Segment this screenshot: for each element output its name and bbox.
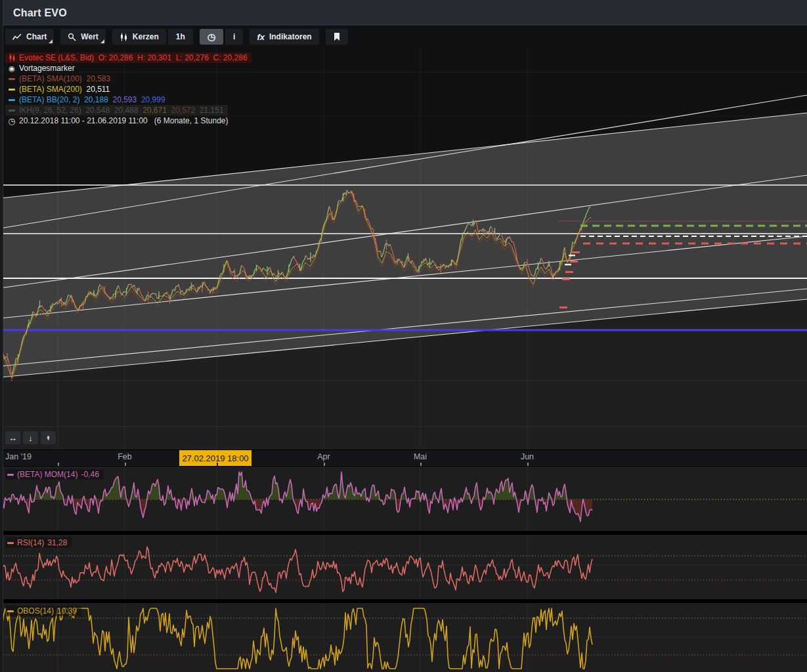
search-icon xyxy=(68,33,76,41)
axis-label-apr: Apr xyxy=(317,452,330,461)
chart-menu-label: Chart xyxy=(26,32,47,41)
axis-tick xyxy=(58,463,59,466)
interval-button[interactable]: 1h xyxy=(168,29,193,45)
kerzen-label: Kerzen xyxy=(133,32,159,41)
scroll-horizontal-button[interactable]: ↔ xyxy=(5,431,20,444)
legend-text: 20,488 xyxy=(110,106,138,115)
target-icon: ◉ xyxy=(7,64,17,73)
legend-text: L: 20,276 xyxy=(171,53,209,62)
obos-legend[interactable]: OBOS(14)10,39 xyxy=(5,606,81,616)
axis-label-jun: Jun xyxy=(521,452,534,461)
legend-text: 20,999 xyxy=(137,95,165,104)
bookmark-button[interactable] xyxy=(326,29,348,45)
legend-row-bb[interactable]: (BETA) BB(20, 2) 20,188 20,593 20,999 xyxy=(5,94,169,105)
legend-text: 20,548 xyxy=(81,106,110,115)
fx-icon: fx xyxy=(257,32,265,42)
time-axis[interactable]: Jan '19FebAprMaiJun27.02.2019 18:00 xyxy=(0,450,807,467)
dash-icon xyxy=(7,542,14,544)
chart-evo-window: Chart EVO Chart Wert Kerzen 1h ◷ xyxy=(0,0,807,672)
page-title: Chart EVO xyxy=(13,7,67,19)
legend-text: Evotec SE (L&S, Bid) xyxy=(19,53,94,62)
main-price-chart[interactable]: Evotec SE (L&S, Bid) O: 20,286 H: 20,301… xyxy=(0,47,807,450)
dash-icon xyxy=(7,78,17,80)
legend-row-symbol[interactable]: Evotec SE (L&S, Bid) O: 20,286 H: 20,301… xyxy=(5,52,251,63)
rsi-panel-canvas[interactable] xyxy=(0,535,807,599)
indikatoren-label: Indikatoren xyxy=(269,32,312,41)
legend-text: (BETA) BB(20, 2) xyxy=(19,95,79,104)
axis-label-jan19: Jan '19 xyxy=(5,452,32,461)
rsi-legend[interactable]: RSI(14)31,28 xyxy=(5,537,72,548)
crosshair-date-badge: 27.02.2019 18:00 xyxy=(179,450,251,466)
legend-text: (6 Monate, 1 Stunde) xyxy=(148,116,229,125)
candles-icon xyxy=(120,33,128,41)
legend-row-vortagesmarker[interactable]: ◉Vortagesmarker xyxy=(5,63,79,74)
dash-icon xyxy=(7,610,14,612)
mom-legend[interactable]: (BETA) MOM(14)-0,46 xyxy=(5,469,104,480)
legend-text: 20,593 xyxy=(108,95,137,104)
wert-search-button[interactable]: Wert xyxy=(60,29,105,45)
axis-tick xyxy=(324,463,325,466)
legend-text: Vortagesmarker xyxy=(19,64,75,73)
clock-icon: ◷ xyxy=(7,116,17,126)
time-range-button[interactable]: ◷ xyxy=(200,29,223,45)
mom-label: (BETA) MOM(14) xyxy=(17,470,77,479)
obos-panel-canvas[interactable] xyxy=(0,603,807,672)
obos-indicator-panel[interactable]: OBOS(14)10,39 xyxy=(0,603,807,672)
legend-text: (BETA) SMA(100) xyxy=(19,74,82,83)
legend-text: (BETA) SMA(200) xyxy=(19,85,82,94)
axis-tick xyxy=(420,463,422,466)
toolbar: Chart Wert Kerzen 1h ◷ i fx xyxy=(0,26,807,47)
candles-icon xyxy=(7,54,17,62)
chart-legend: Evotec SE (L&S, Bid) O: 20,286 H: 20,301… xyxy=(5,52,251,126)
dropdown-corner-icon xyxy=(49,39,53,43)
mom-indicator-panel[interactable]: (BETA) MOM(14)-0,46 xyxy=(0,467,807,531)
legend-row-range[interactable]: ◷20.12.2018 11:00 - 21.06.2019 11:00 (6 … xyxy=(5,116,232,126)
legend-text: H: 20,301 xyxy=(133,53,171,62)
expand-vertical-icon: ▲▼ xyxy=(47,435,51,440)
legend-text: 20,572 xyxy=(167,106,195,115)
chart-tools: ↔ ↓ ▲▼ xyxy=(5,431,56,444)
dropdown-corner-icon xyxy=(100,39,104,43)
dash-icon xyxy=(7,89,17,91)
wert-label: Wert xyxy=(81,32,98,41)
title-bar: Chart EVO xyxy=(0,0,807,26)
bookmark-icon xyxy=(334,33,340,41)
auto-scale-button[interactable]: ▲▼ xyxy=(41,431,56,444)
indikatoren-button[interactable]: fx Indikatoren xyxy=(250,29,318,45)
dash-icon xyxy=(7,474,14,476)
dash-icon xyxy=(7,110,17,112)
window-left-edge xyxy=(0,0,3,672)
dash-icon xyxy=(7,99,17,101)
legend-row-sma100[interactable]: (BETA) SMA(100) 20,583 xyxy=(5,74,114,84)
legend-row-sma200[interactable]: (BETA) SMA(200) 20,511 xyxy=(5,84,114,94)
axis-tick xyxy=(527,463,529,466)
rsi-label: RSI(14) xyxy=(17,538,44,547)
legend-text: 20,511 xyxy=(82,85,110,94)
mom-panel-canvas[interactable] xyxy=(0,467,807,531)
legend-text: C: 20,286 xyxy=(209,53,248,62)
obos-label: OBOS(14) xyxy=(17,606,54,616)
legend-text: IKH(9, 26, 52, 26) xyxy=(19,106,81,115)
time-info-group: ◷ i xyxy=(200,29,244,45)
axis-label-mai: Mai xyxy=(414,452,427,461)
legend-row-ikh[interactable]: IKH(9, 26, 52, 26) 20,548 20,488 20,671 … xyxy=(5,105,228,116)
line-chart-icon xyxy=(12,33,22,41)
charttype-interval-group: Kerzen 1h xyxy=(112,29,193,45)
clock-icon: ◷ xyxy=(207,32,215,42)
chart-menu-button[interactable]: Chart xyxy=(5,29,54,45)
legend-text: 20,671 xyxy=(138,106,166,115)
rsi-value: 31,28 xyxy=(47,538,67,547)
legend-text: 20.12.2018 11:00 - 21.06.2019 11:00 xyxy=(19,116,148,125)
legend-text: O: 20,286 xyxy=(94,53,133,62)
scroll-down-button[interactable]: ↓ xyxy=(23,431,38,444)
interval-label: 1h xyxy=(176,32,185,41)
legend-text: 21,151 xyxy=(195,106,223,115)
info-button[interactable]: i xyxy=(225,29,243,45)
axis-tick xyxy=(217,463,218,466)
mom-value: -0,46 xyxy=(81,470,98,479)
axis-label-feb: Feb xyxy=(118,452,132,461)
rsi-indicator-panel[interactable]: RSI(14)31,28 xyxy=(0,535,807,599)
info-label: i xyxy=(233,32,235,41)
kerzen-button[interactable]: Kerzen xyxy=(112,29,166,45)
legend-text: 20,583 xyxy=(82,74,110,83)
